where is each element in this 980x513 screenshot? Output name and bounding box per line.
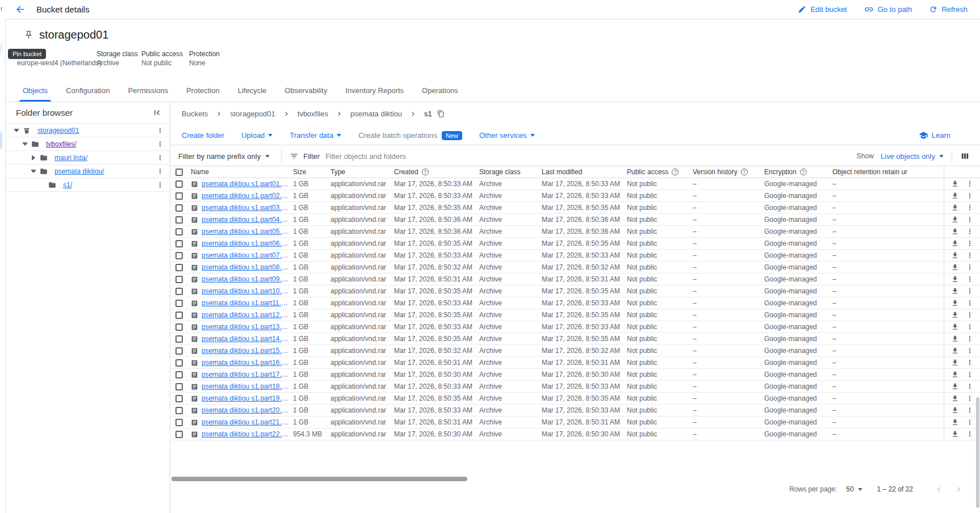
go-to-path-button[interactable]: Go to path xyxy=(864,5,912,14)
row-checkbox[interactable] xyxy=(175,312,183,319)
more-vert-icon[interactable] xyxy=(966,192,974,200)
download-icon[interactable] xyxy=(951,275,959,283)
more-vert-icon[interactable] xyxy=(966,418,974,426)
row-checkbox[interactable] xyxy=(175,431,183,438)
more-vert-icon[interactable] xyxy=(966,359,974,367)
breadcrumb-item[interactable]: Buckets xyxy=(182,110,230,118)
tree-item-link[interactable]: storagepod01 xyxy=(37,127,79,134)
tab[interactable]: Observability xyxy=(275,79,336,102)
download-icon[interactable] xyxy=(951,204,959,212)
row-checkbox[interactable] xyxy=(175,216,183,224)
object-link[interactable]: psemata diktiou s1.part10.rar xyxy=(202,287,288,295)
row-checkbox[interactable] xyxy=(175,323,183,331)
object-link[interactable]: psemata diktiou s1.part01.rar xyxy=(202,180,288,188)
column-header-object-retention[interactable]: Object retention retain until xyxy=(832,168,907,176)
tree-expand-icon[interactable] xyxy=(19,142,31,146)
object-link[interactable]: psemata diktiou s1.part11.rar xyxy=(202,299,288,307)
previous-page-icon[interactable] xyxy=(929,485,949,494)
breadcrumb-item[interactable]: storagepod01 xyxy=(230,110,298,118)
object-link[interactable]: psemata diktiou s1.part15.rar xyxy=(202,347,288,355)
tree-item[interactable]: storagepod01 xyxy=(6,124,170,137)
row-checkbox[interactable] xyxy=(175,407,183,414)
row-checkbox[interactable] xyxy=(175,300,183,307)
collapse-panel-icon[interactable] xyxy=(152,108,162,117)
download-icon[interactable] xyxy=(951,335,959,343)
row-checkbox[interactable] xyxy=(175,264,183,271)
download-icon[interactable] xyxy=(951,228,959,236)
filter-scope-dropdown[interactable]: Filter by name prefix only xyxy=(175,152,273,161)
download-icon[interactable] xyxy=(951,251,959,259)
upload-button[interactable]: Upload xyxy=(241,131,273,140)
more-vert-icon[interactable] xyxy=(966,394,974,402)
download-icon[interactable] xyxy=(951,406,959,414)
row-checkbox[interactable] xyxy=(175,180,183,188)
object-link[interactable]: psemata diktiou s1.part07.rar xyxy=(202,251,288,259)
tree-item[interactable]: tvboxfiles/ xyxy=(6,137,170,151)
download-icon[interactable] xyxy=(951,371,959,379)
help-icon[interactable]: ? xyxy=(800,169,807,175)
tree-expand-icon[interactable] xyxy=(27,155,40,161)
object-link[interactable]: psemata diktiou s1.part17.rar xyxy=(202,371,288,379)
object-link[interactable]: psemata diktiou s1.part05.rar xyxy=(202,228,288,236)
object-link[interactable]: psemata diktiou s1.part03.rar xyxy=(202,204,288,212)
other-services-button[interactable]: Other services xyxy=(479,131,535,140)
download-icon[interactable] xyxy=(951,394,959,402)
tab[interactable]: Objects xyxy=(14,79,57,102)
row-checkbox[interactable] xyxy=(175,252,183,259)
download-icon[interactable] xyxy=(951,263,959,271)
row-checkbox[interactable] xyxy=(175,395,183,402)
more-vert-icon[interactable] xyxy=(966,228,974,236)
tree-expand-icon[interactable] xyxy=(27,170,40,173)
download-icon[interactable] xyxy=(951,311,959,319)
column-settings-icon[interactable] xyxy=(960,152,970,161)
row-checkbox[interactable] xyxy=(175,359,183,367)
object-link[interactable]: psemata diktiou s1.part18.rar xyxy=(202,382,288,390)
more-vert-icon[interactable] xyxy=(966,299,974,307)
breadcrumb-item[interactable]: tvboxfiles xyxy=(298,110,350,118)
object-link[interactable]: psemata diktiou s1.part13.rar xyxy=(202,323,288,331)
copy-icon[interactable] xyxy=(437,110,445,117)
row-checkbox[interactable] xyxy=(175,335,183,343)
column-header-public-access[interactable]: Public access xyxy=(627,168,668,176)
edit-bucket-button[interactable]: Edit bucket xyxy=(798,5,847,14)
tree-item[interactable]: mauri lista/ xyxy=(6,151,170,165)
object-link[interactable]: psemata diktiou s1.part14.rar xyxy=(202,335,288,343)
row-checkbox[interactable] xyxy=(175,228,183,236)
more-vert-icon[interactable] xyxy=(966,204,974,212)
object-link[interactable]: psemata diktiou s1.part12.rar xyxy=(202,311,288,319)
row-checkbox[interactable] xyxy=(175,192,183,200)
column-header-storage-class[interactable]: Storage class xyxy=(479,168,521,176)
next-page-icon[interactable] xyxy=(949,485,969,494)
object-link[interactable]: psemata diktiou s1.part02.rar xyxy=(202,192,288,200)
object-link[interactable]: psemata diktiou s1.part09.rar xyxy=(202,275,288,283)
select-all-checkbox[interactable] xyxy=(175,169,183,176)
object-link[interactable]: psemata diktiou s1.part20.rar xyxy=(202,406,288,414)
more-vert-icon[interactable] xyxy=(966,251,974,259)
row-checkbox[interactable] xyxy=(175,288,183,295)
column-header-created[interactable]: Created xyxy=(394,168,418,176)
column-header-version-history[interactable]: Version history xyxy=(693,168,738,176)
row-checkbox[interactable] xyxy=(175,276,183,283)
row-checkbox[interactable] xyxy=(175,240,183,247)
row-checkbox[interactable] xyxy=(175,419,183,426)
tree-item[interactable]: psemata diktiou/ xyxy=(6,165,170,178)
breadcrumb-item[interactable]: psemata diktiou xyxy=(350,110,424,118)
more-vert-icon[interactable] xyxy=(966,239,974,247)
more-vert-icon[interactable] xyxy=(156,154,164,162)
vertical-scrollbar[interactable] xyxy=(976,397,979,508)
object-link[interactable]: psemata diktiou s1.part16.rar xyxy=(202,359,288,367)
object-link[interactable]: psemata diktiou s1.part04.rar xyxy=(202,216,288,224)
more-vert-icon[interactable] xyxy=(966,216,974,224)
object-link[interactable]: psemata diktiou s1.part19.rar xyxy=(202,394,288,402)
tab[interactable]: Configuration xyxy=(57,79,119,102)
download-icon[interactable] xyxy=(951,382,959,390)
download-icon[interactable] xyxy=(951,239,959,247)
column-header-type[interactable]: Type xyxy=(330,168,345,176)
download-icon[interactable] xyxy=(951,418,959,426)
tree-item-link[interactable]: mauri lista/ xyxy=(55,154,87,162)
object-link[interactable]: psemata diktiou s1.part22.rar xyxy=(202,430,288,438)
help-icon[interactable]: ? xyxy=(741,169,748,175)
tab[interactable]: Lifecycle xyxy=(229,79,276,102)
row-checkbox[interactable] xyxy=(175,204,183,212)
more-vert-icon[interactable] xyxy=(156,167,164,175)
